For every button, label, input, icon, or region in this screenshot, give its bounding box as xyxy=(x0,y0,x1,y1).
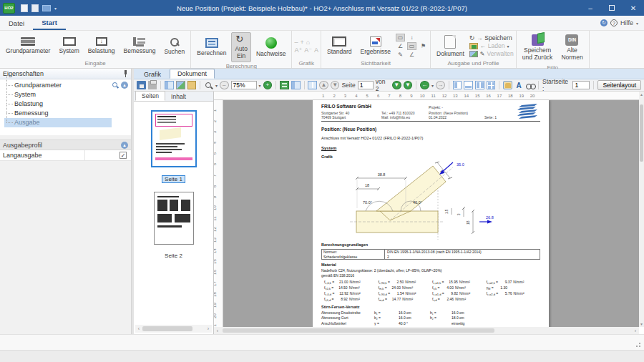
tab-datei[interactable]: Datei xyxy=(0,17,33,29)
grundparameter-button[interactable]: Grundparameter xyxy=(2,35,54,57)
window-icon[interactable] xyxy=(42,5,51,11)
scroll-right-icon[interactable]: › xyxy=(632,328,639,333)
bemessung-button[interactable]: Bemessung xyxy=(120,35,160,57)
alte-normen-button[interactable]: DINAlteNormen xyxy=(557,32,586,64)
print-icon[interactable] xyxy=(148,81,157,89)
find-icon[interactable] xyxy=(525,81,535,89)
document-hscrollbar[interactable]: ‹ › xyxy=(214,327,639,334)
graphic-view-icon[interactable] xyxy=(176,81,185,89)
scroll-right-icon[interactable]: › xyxy=(205,326,212,331)
tree-collapse-icon[interactable]: ▲ xyxy=(121,82,128,89)
help-label[interactable]: Hilfe xyxy=(620,19,633,26)
dokument-button[interactable]: Dokument xyxy=(433,33,468,59)
seitenlayout-button[interactable]: Seitenlayout xyxy=(597,80,641,90)
tree-item[interactable]: System xyxy=(4,90,112,99)
layout-save-icon[interactable] xyxy=(464,81,473,89)
ausgabeprofil-header[interactable]: Ausgabeprofil ▲ xyxy=(0,140,131,150)
zoom-home-icon[interactable]: ⌂ xyxy=(306,39,310,46)
page-last-button[interactable]: ▼ xyxy=(404,81,413,89)
maximize-button[interactable] xyxy=(601,0,623,16)
layout-two-pages-icon[interactable] xyxy=(475,81,484,89)
scroll-down-icon[interactable]: ▼ xyxy=(639,321,644,327)
visibility-flag-icon[interactable]: ⚑ xyxy=(419,42,428,50)
prev-page-button[interactable]: ▲ xyxy=(319,81,328,89)
layout-grid-icon[interactable] xyxy=(487,81,496,89)
tree-item[interactable]: Bemessung xyxy=(4,109,112,118)
zoom-input[interactable] xyxy=(231,81,257,89)
tree-item[interactable]: Grundparameter xyxy=(4,81,112,90)
sync-icon[interactable]: ↻ xyxy=(600,19,608,26)
speichern-und-zurueck-button[interactable]: Speichernund Zurück xyxy=(519,32,557,64)
system-button[interactable]: System xyxy=(55,35,82,57)
text-select-icon[interactable]: A xyxy=(514,81,524,89)
visibility-load-icon[interactable]: ↓ xyxy=(407,34,416,41)
close-button[interactable]: ✕ xyxy=(623,0,644,16)
scroll-up-icon[interactable]: ▲ xyxy=(639,92,644,97)
zoom-caret-icon[interactable]: ▾ xyxy=(259,83,261,88)
belastung-button[interactable]: ↓Belastung xyxy=(84,35,119,57)
zoom-out-icon[interactable]: – xyxy=(294,39,298,46)
fit-page-icon[interactable] xyxy=(280,81,289,89)
page-number-input[interactable] xyxy=(358,81,374,89)
tab-dokument[interactable]: Dokument xyxy=(170,69,215,79)
new-document-icon[interactable] xyxy=(21,4,28,12)
document-vscrollbar[interactable]: ▲ ▼ xyxy=(639,92,644,327)
layout-single-icon[interactable] xyxy=(453,81,462,89)
berechnen-button[interactable]: Berechnen xyxy=(193,36,230,59)
pan-hand-icon[interactable] xyxy=(503,81,512,89)
history-caret-icon[interactable]: ▾ xyxy=(431,83,434,88)
zoom-menu-icon[interactable] xyxy=(204,81,213,89)
thumbnails-hscrollbar[interactable]: ‹ › xyxy=(135,325,212,333)
next-page-button[interactable]: ▼ xyxy=(331,81,340,89)
profile-refresh-icon[interactable]: ↻ xyxy=(469,34,475,41)
langausgabe-checkbox[interactable]: ✓ xyxy=(119,152,127,159)
book-view-icon[interactable] xyxy=(308,81,317,89)
profil-speichern-button[interactable]: Speichern xyxy=(484,34,512,41)
visibility-ruler-icon[interactable]: ▭ xyxy=(396,34,405,41)
tree-search-icon[interactable] xyxy=(112,82,119,89)
suchen-button[interactable]: Suchen xyxy=(160,35,188,57)
tab-seiten[interactable]: Seiten xyxy=(135,91,165,101)
visibility-dim-icon[interactable]: ▭ xyxy=(407,42,416,50)
tab-grafik[interactable]: Grafik xyxy=(137,70,168,79)
visibility-pencil-icon[interactable]: ✎ xyxy=(396,51,405,59)
scrollbar-thumb[interactable] xyxy=(142,326,192,331)
font-larger-icon[interactable]: A⁺ xyxy=(294,47,302,54)
auto-ein-toggle[interactable]: ↻AutoEin xyxy=(231,32,251,62)
save-document-icon[interactable] xyxy=(137,81,146,89)
profil-verwalten-button[interactable]: Verwalten xyxy=(487,50,514,57)
thumbnail-page-2[interactable] xyxy=(154,192,194,245)
hscrollbar-thumb[interactable] xyxy=(223,328,494,333)
zoom-menu-caret-icon[interactable]: ▾ xyxy=(215,83,218,88)
zoom-in-button[interactable]: + xyxy=(263,81,273,89)
thumbnails-toggle-icon[interactable] xyxy=(165,81,174,89)
zoom-in-icon[interactable]: + xyxy=(300,39,303,46)
fit-width-icon[interactable] xyxy=(291,81,301,89)
history-forward-icon[interactable]: → xyxy=(436,81,445,89)
tab-start[interactable]: Start xyxy=(33,16,66,30)
pin-icon[interactable] xyxy=(122,70,128,77)
nachweise-button[interactable]: Nachweise xyxy=(253,35,290,59)
visibility-corner-icon[interactable]: ∠ xyxy=(407,51,416,59)
tab-inhalt[interactable]: Inhalt xyxy=(165,92,192,101)
thumbnail-page-1[interactable] xyxy=(151,110,197,167)
tree-item[interactable]: Belastung xyxy=(4,99,112,109)
zoom-out-button[interactable]: – xyxy=(220,81,229,89)
quick-access-caret-icon[interactable]: ▾ xyxy=(54,6,57,11)
visibility-angle-icon[interactable]: ∠ xyxy=(396,42,405,50)
font-smaller-icon[interactable]: A⁻ xyxy=(304,47,312,54)
startseite-input[interactable] xyxy=(572,81,590,89)
open-folder-icon[interactable] xyxy=(187,81,197,89)
minimize-button[interactable]: – xyxy=(580,0,601,16)
standard-button[interactable]: Standard xyxy=(323,34,356,57)
page-down-button[interactable]: ▼ xyxy=(392,81,401,89)
history-back-icon[interactable]: ← xyxy=(420,81,429,89)
profil-laden-button[interactable]: Laden xyxy=(488,42,505,49)
help-caret-icon[interactable]: ▾ xyxy=(636,21,638,26)
scroll-left-icon[interactable]: ‹ xyxy=(135,326,142,331)
ergebnisse-button[interactable]: Ergebnisse xyxy=(357,34,395,57)
tree-item[interactable]: Ausgabe xyxy=(4,118,112,127)
resize-grip[interactable] xyxy=(633,340,640,347)
vscrollbar-thumb[interactable] xyxy=(640,104,643,162)
scroll-left-icon[interactable]: ‹ xyxy=(214,328,221,333)
